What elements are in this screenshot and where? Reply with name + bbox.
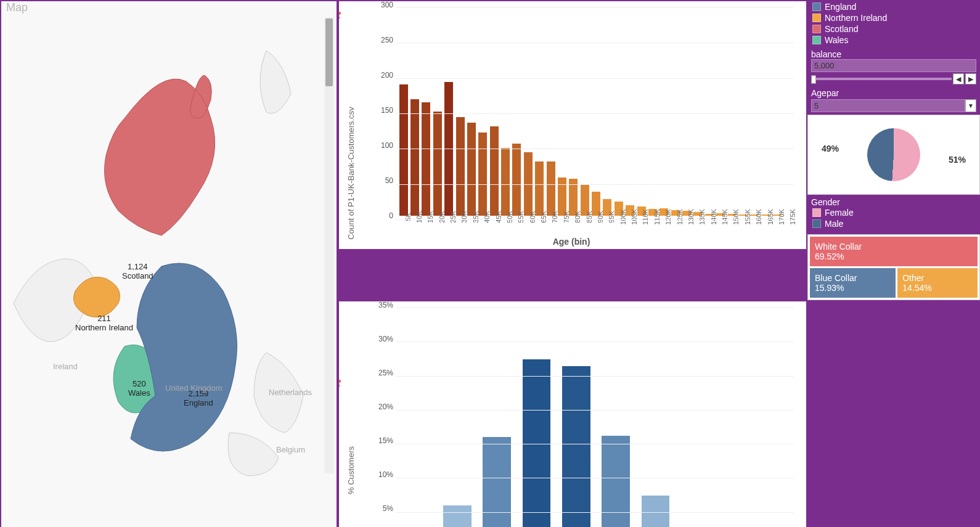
bar[interactable] (547, 161, 555, 216)
bar[interactable] (512, 144, 521, 216)
xtick: 175K (789, 209, 796, 225)
balance-param: balance ◀ ▶ (807, 48, 980, 86)
bar[interactable] (410, 99, 419, 216)
legend-item[interactable]: Female (811, 207, 976, 218)
bg-ireland: Ireland (53, 362, 78, 371)
ytick: 25% (378, 369, 393, 377)
legend-swatch (812, 2, 821, 11)
bar-col[interactable]: 35 (557, 308, 595, 527)
bar[interactable] (422, 102, 430, 216)
bar[interactable] (642, 496, 670, 527)
pie-right-pct: 51% (949, 155, 966, 165)
bar-col[interactable]: 50 (676, 308, 714, 527)
bar[interactable] (443, 505, 472, 527)
ytick: 150 (381, 106, 393, 115)
england-name: England (184, 398, 213, 407)
bar-col[interactable]: 20 (438, 308, 476, 527)
treemap-label: Other (902, 273, 973, 283)
pin-icon[interactable]: 📌 (338, 377, 344, 391)
bar-col[interactable]: 40 (596, 308, 635, 527)
job-treemap[interactable]: White Collar69.52%Blue Collar15.93%Other… (807, 234, 980, 300)
bar[interactable] (490, 126, 499, 216)
legend-swatch (812, 208, 821, 217)
map-panel: Map 1,124Scotland 211Northern Ireland 52… (0, 0, 338, 527)
bar-col[interactable]: 60 (755, 308, 794, 527)
ytick: 100 (381, 141, 393, 150)
bar[interactable] (523, 359, 551, 527)
ytick: 300 (381, 1, 393, 9)
agepar-param: Agepar 5 ▼ (807, 87, 980, 113)
treemap-label: White Collar (815, 242, 973, 251)
bar[interactable] (602, 436, 630, 527)
bar-col[interactable]: 55 (715, 308, 754, 527)
scotland-value: 1,124 (128, 262, 148, 271)
agepar-select[interactable]: 5 (811, 99, 965, 112)
bar[interactable] (535, 161, 544, 216)
bg-be: Belgium (276, 445, 305, 454)
bar[interactable] (399, 84, 408, 216)
legend-label: England (825, 2, 856, 12)
legend-item[interactable]: Male (811, 218, 976, 229)
bar-col[interactable]: 45 (636, 308, 675, 527)
legend-swatch (812, 14, 821, 22)
balance-input[interactable] (811, 59, 976, 72)
map-area[interactable]: Map 1,124Scotland 211Northern Ireland 52… (1, 1, 337, 527)
bg-nl: Netherlands (269, 388, 312, 397)
ytick: 200 (381, 71, 393, 80)
pie-left-pct: 49% (822, 144, 839, 153)
map-title: Map (6, 1, 28, 14)
region-scotland[interactable] (105, 75, 215, 235)
ytick: 0 (389, 211, 393, 220)
treemap-cell[interactable]: Blue Collar15.93% (810, 268, 896, 298)
treemap-cell[interactable]: White Collar69.52% (810, 237, 978, 266)
bar[interactable] (558, 178, 566, 216)
ytick: 5% (383, 504, 393, 513)
legend-label: Male (825, 219, 843, 229)
legend-item[interactable]: Northern Ireland (811, 12, 976, 23)
pin-icon[interactable]: 📌 (338, 9, 344, 23)
gender-legend-title: Gender (811, 197, 976, 207)
balance-slider[interactable] (811, 78, 952, 80)
legend-item[interactable]: Wales (811, 35, 976, 46)
treemap-label: Blue Collar (815, 273, 891, 283)
agepar-dropdown[interactable]: ▼ (965, 99, 976, 112)
bar-col[interactable]: 25 (478, 308, 517, 527)
bar[interactable] (467, 123, 476, 216)
treemap-cell[interactable]: Other14.54% (897, 268, 978, 298)
ytick: 15% (378, 436, 393, 445)
bar-col[interactable]: 15 (398, 308, 437, 527)
wales-value: 520 (133, 379, 146, 388)
bar[interactable] (433, 112, 442, 216)
legend-item[interactable]: England (811, 1, 976, 12)
bar-col[interactable]: 30 (517, 308, 556, 527)
chart-top-ylabel: Count of P1-UK-Bank-Customers.csv (346, 107, 356, 239)
bar[interactable] (562, 366, 590, 527)
map-vscroll[interactable] (324, 17, 334, 473)
nireland-value: 211 (97, 314, 111, 323)
legend-label: Wales (825, 35, 848, 45)
treemap-pct: 15.93% (815, 283, 891, 293)
ytick: 35% (378, 301, 393, 309)
bar[interactable] (478, 133, 487, 216)
wales-name: Wales (128, 388, 150, 398)
balance-histogram: 📌 Count of P1-UK-Bank-Customers.csv 0501… (338, 0, 807, 250)
agepar-label: Agepar (811, 88, 976, 98)
legend-item[interactable]: Scotland (811, 23, 976, 35)
bar[interactable] (501, 148, 510, 216)
treemap-pct: 69.52% (815, 251, 973, 261)
right-sidebar: EnglandNorthern IrelandScotlandWales bal… (807, 0, 980, 300)
scotland-name: Scotland (122, 271, 153, 280)
ytick: 20% (378, 402, 393, 411)
chart-bottom-ylabel: % Customers (346, 446, 356, 494)
legend-label: Scotland (825, 24, 858, 34)
gender-pie[interactable]: 49% 51% (807, 115, 980, 195)
ytick: 250 (381, 36, 393, 44)
bar[interactable] (483, 437, 511, 527)
slider-next[interactable]: ▶ (965, 73, 976, 84)
uk-map[interactable] (7, 14, 328, 488)
age-histogram: 📌 % Customers 0%5%10%15%20%25%30%35% 152… (338, 300, 807, 527)
bg-uk: United Kingdom (165, 383, 223, 393)
bar[interactable] (456, 117, 465, 216)
legend-label: Female (825, 208, 854, 218)
slider-prev[interactable]: ◀ (953, 73, 964, 84)
